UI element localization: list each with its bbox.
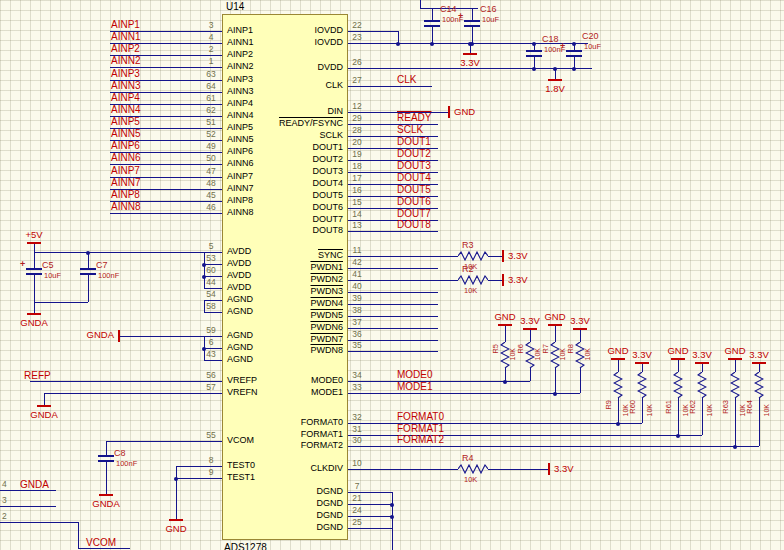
resistor-ref-r5[interactable]: R5 (491, 344, 500, 354)
capacitor-ref-c16[interactable]: C16 (480, 4, 497, 14)
wire-segment (44, 393, 45, 405)
resistor-body[interactable] (613, 372, 623, 398)
net-label-format0[interactable]: FORMAT0 (397, 411, 444, 422)
net-label-dout7[interactable]: DOUT7 (397, 208, 431, 219)
resistor-ref-r4[interactable]: R4 (462, 453, 474, 463)
resistor-ref-r61[interactable]: R61 (664, 400, 673, 414)
capacitor-lead (34, 252, 35, 268)
power-port-3.3v[interactable]: 3.3V (624, 349, 660, 360)
net-label-vcom[interactable]: VCOM (86, 537, 116, 548)
capacitor-ref-c18[interactable]: C18 (542, 34, 559, 44)
net-label-ainn2[interactable]: AINN2 (111, 55, 140, 66)
wire-segment (678, 358, 679, 372)
resistor-body[interactable] (458, 251, 488, 261)
capacitor-ref-c7[interactable]: C7 (96, 260, 108, 270)
power-port-+5v[interactable]: +5V (16, 229, 52, 240)
pin-name: AINP2 (227, 49, 253, 59)
capacitor-ref-c8[interactable]: C8 (114, 448, 126, 458)
net-label-ainn7[interactable]: AINN7 (111, 177, 140, 188)
resistor-value: 10K (646, 404, 653, 416)
resistor-body[interactable] (754, 372, 764, 398)
power-port-3.3v[interactable]: 3.3V (562, 315, 598, 326)
net-label-mode0[interactable]: MODE0 (397, 369, 433, 380)
power-port-3.3v[interactable]: 3.3V (741, 349, 777, 360)
net-label-format2[interactable]: FORMAT2 (397, 434, 444, 445)
power-port-3.3v[interactable]: 3.3V (508, 250, 528, 261)
capacitor-ref-c5[interactable]: C5 (42, 260, 54, 270)
power-port-3.3v[interactable]: 3.3V (508, 274, 528, 285)
power-bar (498, 324, 512, 326)
resistor-body[interactable] (673, 372, 683, 398)
resistor-ref-r62[interactable]: R62 (688, 400, 697, 414)
power-port-1.8v[interactable]: 1.8V (537, 83, 573, 94)
power-port-gnd[interactable]: GND (454, 106, 475, 117)
resistor-ref-r2[interactable]: R2 (462, 264, 474, 274)
resistor-ref-r60[interactable]: R60 (628, 400, 637, 414)
net-label-dout5[interactable]: DOUT5 (397, 184, 431, 195)
resistor-body[interactable] (458, 275, 488, 285)
pin-number: 51 (200, 117, 222, 127)
wire-segment (366, 393, 580, 394)
net-label-ainp1[interactable]: AINP1 (111, 19, 140, 30)
power-port-gnda[interactable]: GNDA (78, 329, 114, 340)
power-port-gnda[interactable]: GNDA (16, 317, 52, 328)
resistor-body[interactable] (730, 372, 740, 398)
resistor-ref-r3[interactable]: R3 (462, 240, 474, 250)
net-label-dout2[interactable]: DOUT2 (397, 148, 431, 159)
net-label-ready[interactable]: READY (397, 112, 431, 123)
wire-segment (678, 398, 679, 435)
resistor-ref-r8[interactable]: R8 (566, 344, 575, 354)
capacitor-plate (526, 50, 542, 52)
net-label-ainp4[interactable]: AINP4 (111, 92, 140, 103)
power-port-gnda[interactable]: GNDA (26, 409, 62, 420)
net-label-ainp8[interactable]: AINP8 (111, 189, 140, 200)
net-label-ainn4[interactable]: AINN4 (111, 104, 140, 115)
wire-segment (110, 213, 204, 214)
power-port-3.3v[interactable]: 3.3V (554, 463, 574, 474)
net-label-format1[interactable]: FORMAT1 (397, 423, 444, 434)
net-label-ainn5[interactable]: AINN5 (111, 128, 140, 139)
net-label-clk[interactable]: CLK (397, 74, 416, 85)
pin-number: 62 (200, 105, 222, 115)
net-label-ainp5[interactable]: AINP5 (111, 116, 140, 127)
power-port-3.3v[interactable]: 3.3V (452, 57, 488, 68)
resistor-ref-r63[interactable]: R63 (721, 400, 730, 414)
resistor-ref-r64[interactable]: R64 (745, 400, 754, 414)
net-label-ainp2[interactable]: AINP2 (111, 43, 140, 54)
resistor-body[interactable] (697, 372, 707, 398)
capacitor-ref-c20[interactable]: C20 (582, 31, 599, 41)
net-label-refp[interactable]: REFP (24, 370, 51, 381)
net-label-ainn3[interactable]: AINN3 (111, 80, 140, 91)
resistor-ref-r6[interactable]: R6 (516, 344, 525, 354)
resistor-body[interactable] (637, 372, 647, 398)
net-label-ainn8[interactable]: AINN8 (111, 201, 140, 212)
pin-name: DGND (226, 522, 343, 532)
net-label-dout4[interactable]: DOUT4 (397, 172, 431, 183)
net-label-ainn6[interactable]: AINN6 (111, 152, 140, 163)
net-label-ainp7[interactable]: AINP7 (111, 165, 140, 176)
net-label-ainp6[interactable]: AINP6 (111, 140, 140, 151)
resistor-ref-r7[interactable]: R7 (541, 344, 550, 354)
power-bar (728, 358, 742, 360)
net-label-dout6[interactable]: DOUT6 (397, 196, 431, 207)
net-label-gnda[interactable]: GNDA (20, 479, 49, 490)
power-port-gnda[interactable]: GNDA (88, 498, 124, 509)
capacitor-ref-c14[interactable]: C14 (440, 4, 457, 14)
resistor-value: 10K (509, 348, 516, 360)
schematic-canvas[interactable]: U14 ADS1278 3AINP1AINP14AINN1AINN12AINP2… (0, 0, 784, 550)
net-label-dout8[interactable]: DOUT8 (397, 219, 431, 230)
power-bar (548, 463, 550, 475)
net-label-dout1[interactable]: DOUT1 (397, 136, 431, 147)
junction-dot (174, 477, 178, 481)
net-label-ainn1[interactable]: AINN1 (111, 31, 140, 42)
net-label-dout3[interactable]: DOUT3 (397, 160, 431, 171)
capacitor-lead (472, 27, 473, 43)
net-label-sclk[interactable]: SCLK (397, 124, 423, 135)
net-label-mode1[interactable]: MODE1 (397, 381, 433, 392)
net-label-ainp3[interactable]: AINP3 (111, 68, 140, 79)
pin-name: SCLK (226, 130, 343, 140)
power-port-3.3v[interactable]: 3.3V (684, 349, 720, 360)
resistor-ref-r9[interactable]: R9 (604, 400, 613, 410)
power-port-gnd[interactable]: GND (158, 523, 194, 534)
resistor-body[interactable] (458, 464, 488, 474)
